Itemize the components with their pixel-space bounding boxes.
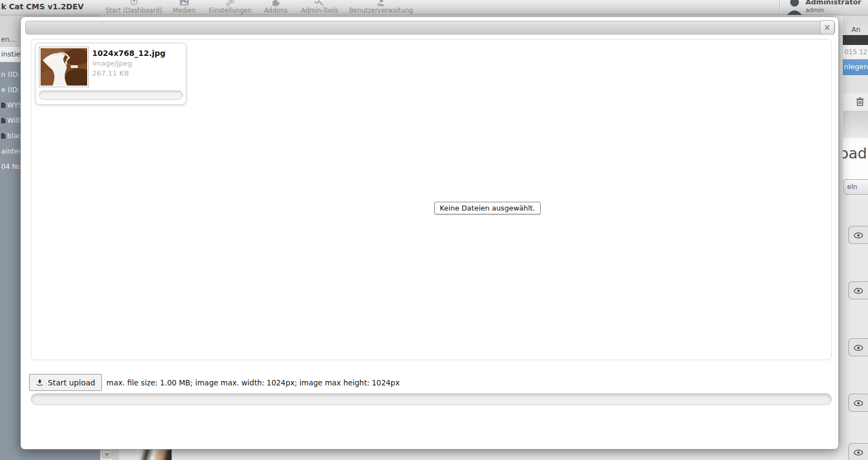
delete-button[interactable] (843, 93, 868, 111)
upload-dialog: × 1024x7 (20, 16, 839, 450)
screen: en... instieg n (ID: 7 e (ID: 8 WYSI Wil… (0, 0, 868, 460)
nav-label: Medien (173, 7, 196, 14)
media-photo-fragment (137, 450, 172, 460)
upload-limits-text: max. file size: 1.00 MB; image max. widt… (106, 378, 400, 387)
page-icon (1, 118, 5, 123)
file-mime-type: image/jpeg (92, 59, 132, 67)
eye-icon (854, 450, 863, 456)
timestamp-fragment: 015 12 (843, 45, 868, 59)
upload-heading-fragment: oad (843, 145, 867, 162)
nav-label: Addons (264, 7, 288, 14)
eye-icon (854, 288, 863, 294)
eye-icon (854, 400, 863, 406)
settings-icon (209, 0, 252, 7)
nav-item-addons[interactable]: Addons (264, 0, 288, 14)
view-button[interactable] (848, 394, 868, 412)
view-button[interactable] (848, 443, 868, 460)
total-progress-bar (31, 393, 832, 405)
file-name: 1024x768_12.jpg (92, 49, 166, 58)
upload-file-card[interactable]: 1024x768_12.jpg image/jpeg 267.11 KB (35, 43, 186, 105)
upload-icon (36, 379, 44, 386)
user-name[interactable]: Administrator (805, 0, 861, 6)
nav-label: Admin-Tools (301, 7, 338, 14)
addons-icon (264, 0, 288, 7)
dialog-titlebar[interactable] (25, 21, 835, 35)
scrollbar-track[interactable] (112, 450, 119, 460)
trash-icon (856, 97, 864, 106)
scrollbar-down-button[interactable] (102, 450, 111, 458)
nav-item-dashboard[interactable]: Start (Dashboard) (105, 0, 162, 14)
view-button[interactable] (848, 226, 868, 244)
nav-item-settings[interactable]: Einstellungen (209, 0, 252, 14)
users-icon (349, 0, 413, 7)
dashboard-icon (105, 0, 162, 7)
file-progress-bar (39, 90, 183, 100)
side-button-fragment[interactable]: eln (843, 179, 868, 195)
right-panel-header (843, 15, 868, 25)
nav-item-media[interactable]: Medien (173, 0, 196, 14)
view-button[interactable] (848, 281, 868, 299)
triangle-down-icon (105, 453, 109, 456)
page-icon (1, 103, 5, 108)
view-button[interactable] (848, 338, 868, 356)
nav-label: Start (Dashboard) (105, 7, 162, 14)
file-input-status[interactable]: Keine Dateien ausgewählt. (434, 202, 541, 214)
content-background (120, 450, 843, 460)
right-panel-top-label: An (843, 25, 868, 35)
file-size: 267.11 KB (92, 69, 129, 77)
right-panel-spacer (843, 75, 868, 93)
start-upload-button[interactable]: Start upload (29, 374, 102, 391)
media-icon (173, 0, 196, 7)
eye-icon (854, 232, 863, 238)
create-button-fragment[interactable]: nlegen (843, 59, 868, 75)
top-nav-bar: k Cat CMS v1.2DEV Start (Dashboard) Medi… (0, 0, 868, 15)
nav-label: Benutzerverwaltung (349, 7, 413, 14)
sidebar-top-label: en... (1, 36, 15, 43)
user-role: admin (805, 7, 824, 14)
eye-icon (854, 345, 863, 351)
page-icon (1, 133, 5, 139)
close-icon[interactable]: × (820, 20, 835, 35)
right-panel-gradient (843, 111, 868, 138)
nav-label: Einstellungen (209, 7, 252, 14)
nav-item-admin-tools[interactable]: Admin-Tools (301, 0, 338, 14)
wrench-icon (301, 0, 338, 7)
file-thumbnail (39, 47, 89, 87)
app-title: k Cat CMS v1.2DEV (1, 2, 84, 11)
user-avatar-icon[interactable] (786, 0, 803, 15)
nav-item-user-management[interactable]: Benutzerverwaltung (349, 0, 413, 14)
topbar-divider (779, 0, 780, 15)
upload-droparea[interactable]: 1024x768_12.jpg image/jpeg 267.11 KB Kei… (31, 39, 832, 360)
horse-photo-thumbnail (41, 48, 87, 86)
right-panel-dark-bar (843, 35, 868, 45)
right-panel: An 015 12 nlegen oad eln (843, 15, 868, 460)
start-upload-label: Start upload (48, 378, 95, 387)
